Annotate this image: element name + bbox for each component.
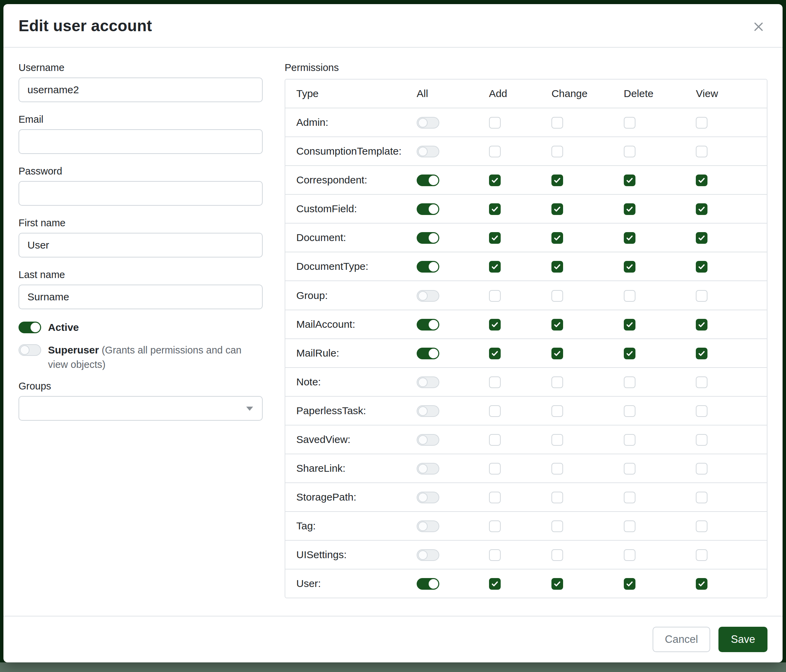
check-icon	[626, 176, 634, 184]
add-checkbox[interactable]	[489, 203, 501, 215]
all-toggle[interactable]	[417, 261, 439, 273]
all-toggle[interactable]	[417, 549, 439, 561]
view-checkbox[interactable]	[696, 117, 707, 129]
add-checkbox[interactable]	[489, 146, 501, 157]
change-checkbox[interactable]	[552, 520, 563, 532]
all-toggle[interactable]	[417, 434, 439, 446]
all-toggle[interactable]	[417, 405, 439, 417]
change-checkbox[interactable]	[552, 377, 563, 388]
change-checkbox[interactable]	[552, 174, 563, 186]
all-toggle[interactable]	[417, 578, 439, 590]
change-checkbox[interactable]	[552, 434, 563, 446]
view-checkbox[interactable]	[696, 146, 707, 157]
change-checkbox[interactable]	[552, 463, 563, 474]
add-checkbox[interactable]	[489, 520, 501, 532]
all-toggle[interactable]	[417, 117, 439, 129]
permission-type-label: PaperlessTask:	[285, 396, 410, 425]
view-checkbox[interactable]	[696, 232, 707, 244]
view-checkbox[interactable]	[696, 549, 707, 561]
check-icon	[553, 205, 561, 213]
close-button[interactable]	[750, 18, 767, 37]
delete-checkbox[interactable]	[624, 520, 635, 532]
view-checkbox[interactable]	[696, 174, 707, 186]
change-checkbox[interactable]	[552, 319, 563, 331]
all-toggle[interactable]	[417, 319, 439, 331]
delete-checkbox[interactable]	[624, 377, 635, 388]
all-toggle[interactable]	[417, 290, 439, 302]
add-checkbox[interactable]	[489, 261, 501, 273]
all-toggle[interactable]	[417, 463, 439, 474]
username-input[interactable]	[19, 77, 263, 102]
delete-checkbox[interactable]	[624, 319, 635, 331]
delete-checkbox[interactable]	[624, 491, 635, 503]
view-checkbox[interactable]	[696, 463, 707, 474]
delete-checkbox[interactable]	[624, 290, 635, 302]
change-checkbox[interactable]	[552, 405, 563, 417]
add-checkbox[interactable]	[489, 405, 501, 417]
email-input[interactable]	[19, 129, 263, 154]
all-toggle[interactable]	[417, 491, 439, 503]
delete-checkbox[interactable]	[624, 146, 635, 157]
view-checkbox[interactable]	[696, 377, 707, 388]
save-button[interactable]: Save	[718, 627, 767, 652]
add-checkbox[interactable]	[489, 377, 501, 388]
change-checkbox[interactable]	[552, 232, 563, 244]
active-toggle[interactable]	[19, 322, 41, 333]
view-checkbox[interactable]	[696, 319, 707, 331]
view-checkbox[interactable]	[696, 434, 707, 446]
add-checkbox[interactable]	[489, 290, 501, 302]
delete-checkbox[interactable]	[624, 117, 635, 129]
last-name-input[interactable]	[19, 284, 263, 309]
all-toggle[interactable]	[417, 520, 439, 532]
change-checkbox[interactable]	[552, 117, 563, 129]
change-checkbox[interactable]	[552, 261, 563, 273]
delete-checkbox[interactable]	[624, 261, 635, 273]
delete-checkbox[interactable]	[624, 463, 635, 474]
all-toggle[interactable]	[417, 348, 439, 359]
change-checkbox[interactable]	[552, 549, 563, 561]
add-checkbox[interactable]	[489, 348, 501, 359]
modal-header: Edit user account	[3, 4, 783, 48]
all-toggle[interactable]	[417, 146, 439, 157]
add-checkbox[interactable]	[489, 232, 501, 244]
all-toggle[interactable]	[417, 174, 439, 186]
delete-checkbox[interactable]	[624, 348, 635, 359]
add-checkbox[interactable]	[489, 491, 501, 503]
view-checkbox[interactable]	[696, 290, 707, 302]
groups-select[interactable]	[19, 396, 263, 421]
change-checkbox[interactable]	[552, 578, 563, 590]
view-checkbox[interactable]	[696, 520, 707, 532]
all-toggle[interactable]	[417, 377, 439, 388]
password-input[interactable]	[19, 181, 263, 206]
change-checkbox[interactable]	[552, 491, 563, 503]
change-checkbox[interactable]	[552, 290, 563, 302]
add-checkbox[interactable]	[489, 463, 501, 474]
first-name-input[interactable]	[19, 233, 263, 257]
add-checkbox[interactable]	[489, 319, 501, 331]
view-checkbox[interactable]	[696, 491, 707, 503]
delete-checkbox[interactable]	[624, 174, 635, 186]
superuser-toggle[interactable]	[19, 344, 41, 356]
add-checkbox[interactable]	[489, 117, 501, 129]
delete-checkbox[interactable]	[624, 405, 635, 417]
all-toggle[interactable]	[417, 203, 439, 215]
delete-checkbox[interactable]	[624, 203, 635, 215]
change-checkbox[interactable]	[552, 203, 563, 215]
change-checkbox[interactable]	[552, 146, 563, 157]
view-checkbox[interactable]	[696, 203, 707, 215]
add-checkbox[interactable]	[489, 549, 501, 561]
view-checkbox[interactable]	[696, 578, 707, 590]
cancel-button[interactable]: Cancel	[652, 627, 711, 652]
view-checkbox[interactable]	[696, 261, 707, 273]
change-checkbox[interactable]	[552, 348, 563, 359]
view-checkbox[interactable]	[696, 348, 707, 359]
view-checkbox[interactable]	[696, 405, 707, 417]
all-toggle[interactable]	[417, 232, 439, 244]
delete-checkbox[interactable]	[624, 549, 635, 561]
delete-checkbox[interactable]	[624, 434, 635, 446]
add-checkbox[interactable]	[489, 174, 501, 186]
add-checkbox[interactable]	[489, 434, 501, 446]
delete-checkbox[interactable]	[624, 232, 635, 244]
delete-checkbox[interactable]	[624, 578, 635, 590]
add-checkbox[interactable]	[489, 578, 501, 590]
